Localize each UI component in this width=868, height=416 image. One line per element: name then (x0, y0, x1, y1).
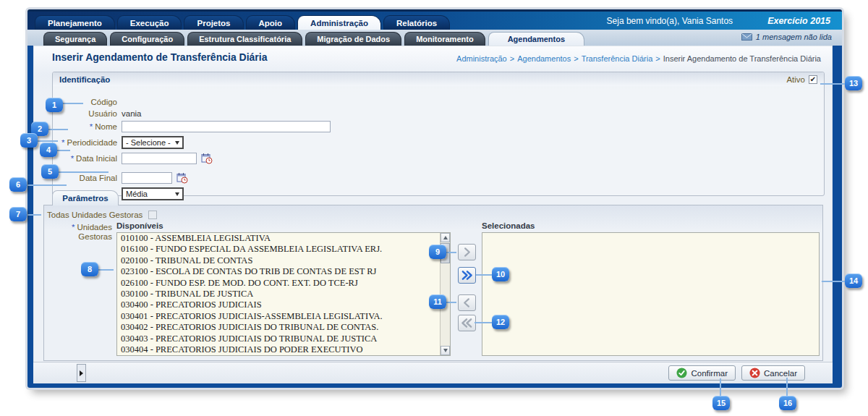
usuario-value: vania (122, 109, 142, 118)
callout-line-6 (27, 184, 67, 186)
move-all-right-button[interactable] (458, 267, 476, 284)
list-item[interactable]: 016100 - FUNDO ESPECIAL DA ASSEMBLEIA LE… (117, 244, 450, 255)
periodicidade-label: Periodicidade (67, 138, 117, 147)
ativo-checkbox[interactable]: ✔ (809, 75, 817, 84)
codigo-label: Código (61, 98, 117, 106)
callout-line-2 (48, 129, 68, 130)
cancelar-button[interactable]: Cancelar (741, 365, 805, 381)
prioridade-select[interactable]: Média (122, 187, 184, 200)
list-item[interactable]: 020100 - TRIBUNAL DE CONTAS (117, 255, 450, 266)
move-all-left-button[interactable] (458, 315, 476, 331)
move-left-button[interactable] (458, 294, 476, 311)
tab-administracao[interactable]: Administração (297, 15, 381, 30)
ativo-checkmark: ✔ (810, 76, 816, 83)
tab-seguranca[interactable]: Segurança (43, 32, 107, 46)
nome-input[interactable] (122, 121, 331, 132)
panel-collapse-handle[interactable] (77, 364, 86, 382)
prioridade-value: Média (126, 190, 148, 198)
list-item[interactable]: 023100 - ESCOLA DE CONTAS DO TRIB DE CON… (117, 266, 450, 277)
calendar-icon[interactable] (201, 153, 213, 164)
main-menubar: Planejamento Execução Projetos Apoio Adm… (27, 9, 842, 30)
todas-unidades-gestoras-checkbox[interactable] (148, 211, 157, 219)
move-right-button[interactable] (458, 244, 476, 260)
breadcrumb-link-administracao[interactable]: Administração (456, 54, 507, 63)
exercise-label: Exercício 2015 (767, 16, 830, 26)
ativo-label: Ativo (786, 75, 805, 84)
periodicidade-value: - Selecione - (126, 138, 171, 147)
confirmar-button[interactable]: Confirmar (668, 365, 735, 381)
list-item[interactable]: 030400 - PRECATORIOS JUDICIAIS (117, 300, 450, 310)
data-final-input[interactable] (122, 172, 172, 184)
list-item[interactable]: 026100 - FUNDO ESP. DE MOD. DO CONT. EXT… (117, 278, 450, 289)
required-marker: * (71, 154, 74, 163)
list-item[interactable]: 030404 - PRECATORIOS JUDICIAIS DO PODER … (117, 344, 450, 355)
callout-badge-15: 15 (712, 396, 730, 410)
breadcrumb-link-agendamentos[interactable]: Agendamentos (517, 54, 571, 63)
callout-line-8 (98, 269, 114, 271)
tab-estrutura-classificatoria[interactable]: Estrutura Classificatória (187, 32, 302, 46)
tab-execucao[interactable]: Execução (117, 15, 182, 30)
callout-badge-16: 16 (779, 396, 796, 410)
breadcrumb-separator: > (574, 54, 578, 63)
callout-line-10 (476, 274, 492, 276)
triangle-down-icon (443, 349, 448, 352)
disponiveis-listbox[interactable]: 010100 - ASSEMBLEIA LEGISLATIVA 016100 -… (116, 232, 451, 356)
tab-parametros[interactable]: Parâmetros (52, 190, 119, 205)
identificacao-legend: Identificação (59, 75, 110, 84)
triangle-right-icon (80, 370, 83, 376)
callout-line-5 (59, 171, 109, 173)
data-inicial-input[interactable] (122, 153, 197, 164)
callout-line-4 (57, 150, 70, 151)
tab-planejamento[interactable]: Planejamento (35, 15, 115, 30)
required-marker: * (90, 122, 93, 131)
callout-badge-5: 5 (41, 164, 59, 179)
tab-migracao-de-dados[interactable]: Migração de Dados (305, 32, 401, 46)
required-marker: * (61, 138, 64, 147)
sub-menubar: Segurança Configuração Estrutura Classif… (27, 30, 842, 46)
breadcrumb-current: Inserir Agendamento de Transferência Diá… (663, 54, 821, 63)
breadcrumb-separator: > (510, 54, 514, 63)
selecionadas-listbox[interactable] (482, 232, 820, 356)
envelope-icon (741, 33, 752, 41)
selecionadas-header: Selecionadas (482, 221, 535, 230)
list-item[interactable]: 030403 - PRECATORIOS JUDICIAIS DO TRIBUN… (117, 334, 450, 344)
tab-relatorios[interactable]: Relatórios (383, 15, 450, 30)
double-chevron-right-icon (461, 270, 473, 281)
callout-line-12 (475, 322, 492, 323)
periodicidade-select[interactable]: - Selecione - (122, 136, 184, 149)
callout-badge-9: 9 (429, 245, 446, 259)
content-area: Inserir Agendamento de Transferência Diá… (33, 46, 833, 383)
list-item[interactable]: 030100 - TRIBUNAL DE JUSTICA (117, 289, 450, 300)
callout-badge-1: 1 (46, 98, 63, 112)
usuario-label: Usuário (61, 109, 117, 118)
tab-agendamentos[interactable]: Agendamentos (488, 32, 584, 46)
data-final-label: Data Final (61, 174, 117, 182)
callout-badge-11: 11 (429, 294, 446, 309)
scroll-up-button[interactable] (441, 233, 450, 242)
unread-message-link[interactable]: 1 mensagem não lida (756, 33, 832, 41)
callout-line-7 (27, 214, 41, 216)
callout-badge-7: 7 (9, 207, 27, 221)
sub-tabs: Segurança Configuração Estrutura Classif… (43, 32, 584, 46)
triangle-up-icon (443, 236, 448, 239)
list-item[interactable]: 030401 - PRECATORIOS JUDICIAIS-ASSEMBLEI… (117, 311, 450, 322)
calendar-icon[interactable] (176, 172, 188, 184)
list-item[interactable]: 030402 - PRECATORIOS JUDICIAIS DO TRIBUN… (117, 322, 450, 333)
tab-projetos[interactable]: Projetos (184, 15, 243, 30)
tab-configuracao[interactable]: Configuração (110, 32, 184, 46)
callout-badge-13: 13 (845, 76, 862, 90)
breadcrumb-link-transferencia-diaria[interactable]: Transferência Diária (582, 54, 653, 63)
tab-monitoramento[interactable]: Monitoramento (404, 32, 485, 46)
list-item[interactable]: 010100 - ASSEMBLEIA LEGISLATIVA (117, 233, 450, 244)
tab-apoio[interactable]: Apoio (246, 15, 296, 30)
identificacao-section: Identificação Ativo ✔ Código Usuário (52, 72, 825, 196)
callout-line-16 (786, 378, 788, 396)
disponiveis-header: Disponíveis (116, 221, 163, 230)
callout-badge-14: 14 (845, 273, 862, 288)
scroll-down-button[interactable] (441, 346, 450, 355)
callout-line-1 (63, 103, 83, 104)
callout-line-3 (38, 140, 58, 142)
action-bar: Confirmar Cancelar (33, 362, 833, 383)
nome-label: Nome (95, 122, 117, 131)
app-window: Planejamento Execução Projetos Apoio Adm… (27, 9, 842, 388)
